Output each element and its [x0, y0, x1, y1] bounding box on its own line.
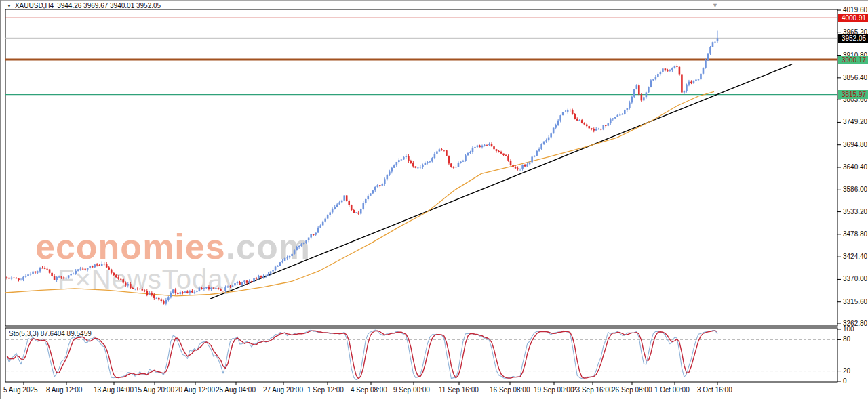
time-tick-label: 9 Sep 00:00	[393, 386, 430, 394]
stochastic-scale-label: 80	[843, 335, 850, 343]
price-tick-label: 3370.00	[843, 275, 867, 282]
price-tick-label: 3640.40	[843, 163, 867, 171]
price-chart-canvas[interactable]	[0, 0, 868, 399]
time-tick-label: 5 Aug 2025	[3, 386, 38, 394]
chart-symbol-label: XAUUSD,H4	[15, 2, 54, 9]
support-price-badge: 3815.97	[838, 90, 868, 99]
stochastic-scale-label: 20	[843, 367, 850, 375]
stochastic-scale-label: 100	[843, 325, 854, 333]
resistance-price-badge: 4000.91	[838, 14, 868, 22]
price-tick-label: 3478.80	[843, 230, 867, 238]
time-tick-label: 19 Sep 00:00	[534, 386, 574, 394]
symbol-dropdown-icon[interactable]: ▼	[7, 3, 12, 8]
time-tick-label: 15 Aug 20:00	[134, 386, 174, 394]
last-price-badge: 3952.05	[838, 34, 868, 43]
time-tick-label: 27 Aug 20:00	[263, 386, 303, 394]
price-tick-label: 3586.00	[843, 186, 867, 193]
time-tick-label: 13 Aug 04:00	[94, 386, 134, 394]
pivot-price-badge: 3900.17	[838, 56, 868, 64]
time-tick-label: 1 Sep 12:00	[307, 386, 344, 394]
price-tick-label: 3424.40	[843, 253, 867, 260]
price-tick-label: 4019.60	[843, 6, 867, 14]
time-tick-label: 23 Sep 16:00	[572, 386, 613, 394]
time-tick-label: 26 Sep 08:00	[612, 386, 652, 394]
time-tick-label: 16 Sep 08:00	[490, 386, 530, 394]
stochastic-indicator-label: Sto(5,3,3) 87.6404 89.5459	[9, 330, 92, 337]
chart-title-bar: ▼ XAUUSD,H4 3944.26 3969.67 3940.01 3952…	[7, 1, 161, 9]
time-tick-label: 20 Aug 12:00	[175, 386, 215, 394]
time-tick-label: 8 Aug 12:00	[46, 386, 82, 394]
price-tick-label: 3749.20	[843, 118, 867, 125]
price-tick-label: 3315.60	[843, 298, 867, 306]
time-tick-label: 11 Sep 16:00	[439, 386, 479, 394]
chart-shift-marker-icon[interactable]: ▼	[712, 2, 718, 9]
time-tick-label: 25 Aug 04:00	[216, 386, 256, 394]
time-tick-label: 3 Oct 16:00	[697, 386, 732, 394]
mt4-chart-window: { "app": { "title_symbol": "XAUUSD,H4", …	[0, 0, 868, 399]
price-tick-label: 3856.40	[843, 74, 867, 81]
price-tick-label: 3533.20	[843, 208, 867, 215]
price-tick-label: 3694.80	[843, 141, 867, 148]
chart-ohlc-quotes: 3944.26 3969.67 3940.01 3952.05	[57, 2, 161, 9]
time-tick-label: 4 Sep 08:00	[351, 386, 387, 394]
time-tick-label: 1 Oct 00:00	[654, 386, 690, 394]
stochastic-scale-label: 0	[843, 377, 847, 385]
